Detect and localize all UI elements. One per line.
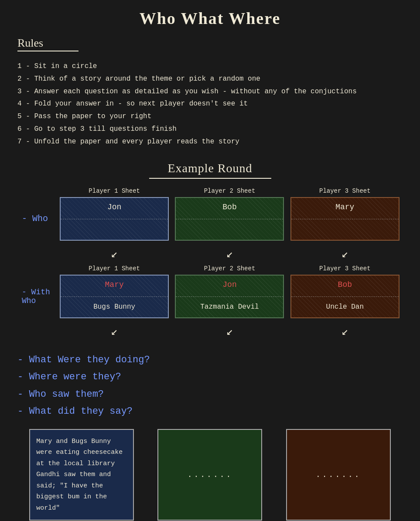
- arrows-row1: ↙ ↙ ↙: [17, 245, 403, 265]
- rule-item: 2 - Think of a story around the theme or…: [17, 73, 403, 85]
- player2-withwho-bottom: Tazmania Devil: [176, 303, 283, 311]
- rule-item: 1 - Sit in a circle: [17, 60, 403, 73]
- player2-withwho-card: Jon Tazmania Devil: [175, 275, 284, 318]
- card-divider: [176, 219, 283, 219]
- question-3: - Who saw them?: [17, 386, 403, 403]
- arrows-row2: ↙ ↙ ↙: [17, 323, 403, 343]
- arrow1: ↙: [57, 247, 172, 261]
- final-cards-row: Mary and Bugs Bunny were eating cheeseca…: [17, 429, 403, 521]
- player2-who-card: Bob: [175, 197, 284, 241]
- player1-header-row2: Player 1 Sheet: [60, 265, 169, 272]
- card-divider: [61, 219, 168, 219]
- row2-headers: Player 1 Sheet Player 2 Sheet Player 3 S…: [17, 265, 403, 275]
- final-card-2-dots: .......: [158, 470, 261, 479]
- player2-withwho-top: Jon: [176, 280, 283, 289]
- with-who-label: - With Who: [22, 288, 57, 305]
- player1-withwho-top: Mary: [61, 280, 168, 289]
- question-4: - What did they say?: [17, 403, 403, 420]
- who-row: - Who Jon Bob Mary: [17, 197, 403, 241]
- example-underline: [149, 178, 271, 179]
- player1-withwho-card: Mary Bugs Bunny: [60, 275, 169, 318]
- who-label-col: - Who: [17, 214, 57, 224]
- who-sheets: Jon Bob Mary: [57, 197, 403, 241]
- rule-item: 3 - Answer each question as detailed as …: [17, 85, 403, 98]
- row1-headers: Player 1 Sheet Player 2 Sheet Player 3 S…: [17, 187, 403, 197]
- question-1: - What Were they doing?: [17, 351, 403, 369]
- rules-heading: Rules: [17, 37, 79, 51]
- player3-withwho-bottom: Uncle Dan: [291, 303, 399, 311]
- player3-withwho-top: Bob: [291, 280, 399, 289]
- card-divider: [176, 296, 283, 297]
- player1-withwho-bottom: Bugs Bunny: [61, 303, 168, 311]
- page-title: Who What Where: [17, 9, 403, 28]
- final-card-1-text: Mary and Bugs Bunny were eating cheeseca…: [30, 430, 133, 520]
- player3-withwho-card: Bob Uncle Dan: [290, 275, 400, 318]
- player2-who-name: Bob: [176, 203, 283, 211]
- questions-section: - What Were they doing? - Where were the…: [17, 351, 403, 420]
- player3-header-row1: Player 3 Sheet: [290, 187, 400, 194]
- final-card-3: .......: [286, 429, 391, 521]
- card-divider: [291, 296, 399, 297]
- arrow5: ↙: [172, 324, 287, 338]
- final-card-1: Mary and Bugs Bunny were eating cheeseca…: [29, 429, 134, 521]
- arrow2: ↙: [172, 247, 287, 261]
- player3-who-name: Mary: [291, 203, 399, 211]
- question-2: - Where were they?: [17, 368, 403, 386]
- player3-who-card: Mary: [290, 197, 400, 241]
- rules-list: 1 - Sit in a circle 2 - Think of a story…: [17, 60, 403, 148]
- card-divider: [61, 296, 168, 297]
- with-who-sheets: Mary Bugs Bunny Jon Tazmania Devil Bob U…: [57, 275, 403, 318]
- who-label: - Who: [22, 214, 57, 224]
- rule-item: 6 - Go to step 3 till questions finish: [17, 123, 403, 136]
- with-who-row: - With Who Mary Bugs Bunny Jon Tazmania …: [17, 275, 403, 318]
- arrow6: ↙: [287, 324, 403, 338]
- player2-header-row1: Player 2 Sheet: [175, 187, 284, 194]
- player1-who-card: Jon: [60, 197, 169, 241]
- arrow4: ↙: [57, 324, 172, 338]
- rule-item: 7 - Unfold the paper and every player re…: [17, 136, 403, 148]
- rules-section: Rules 1 - Sit in a circle 2 - Think of a…: [17, 37, 403, 148]
- rule-item: 5 - Pass the paper to your right: [17, 110, 403, 123]
- rule-item: 4 - Fold your answer in - so next player…: [17, 98, 403, 110]
- player1-header-row1: Player 1 Sheet: [60, 187, 169, 194]
- player2-header-row2: Player 2 Sheet: [175, 265, 284, 272]
- with-who-label-col: - With Who: [17, 288, 57, 305]
- example-section: Example Round Player 1 Sheet Player 2 Sh…: [17, 161, 403, 343]
- final-card-3-dots: .......: [287, 470, 390, 479]
- player3-header-row2: Player 3 Sheet: [290, 265, 400, 272]
- player1-who-name: Jon: [61, 203, 168, 211]
- final-card-2: .......: [157, 429, 262, 521]
- arrow3: ↙: [287, 247, 403, 261]
- example-title: Example Round: [17, 161, 403, 175]
- card-divider: [291, 219, 399, 219]
